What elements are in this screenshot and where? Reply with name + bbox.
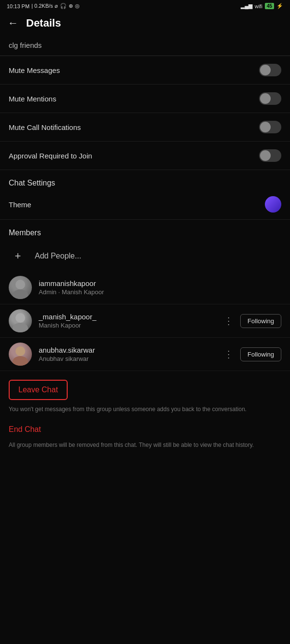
signal-icon: ▂▄▆ xyxy=(241,3,252,9)
approval-toggle[interactable] xyxy=(259,149,281,162)
svg-point-5 xyxy=(13,356,28,366)
mute-messages-row: Mute Messages xyxy=(0,56,290,85)
chat-settings-header: Chat Settings xyxy=(0,170,290,191)
theme-row[interactable]: Theme xyxy=(0,191,290,220)
svg-point-3 xyxy=(13,323,28,332)
music-icon: ◎ xyxy=(75,3,80,9)
network-speed: | 0.2KB/s ⌀ xyxy=(31,3,58,9)
mute-messages-label: Mute Messages xyxy=(9,66,60,74)
member-info: iammanishkapoor Admin · Manish Kapoor xyxy=(39,279,281,296)
header: ← Details xyxy=(0,12,290,36)
mute-messages-toggle[interactable] xyxy=(259,64,281,76)
bolt-icon: ⚡ xyxy=(276,3,283,9)
leave-chat-section: Leave Chat You won't get messages from t… xyxy=(0,371,290,421)
back-button[interactable]: ← xyxy=(8,17,18,29)
more-options-icon[interactable]: ⋮ xyxy=(222,313,235,329)
member-row: iammanishkapoor Admin · Manish Kapoor xyxy=(0,271,290,304)
member-actions: ⋮ Following xyxy=(222,346,281,362)
mute-calls-row: Mute Call Notifications xyxy=(0,113,290,142)
end-chat-description: All group members will be removed from t… xyxy=(0,437,290,461)
toggle-knob xyxy=(260,65,271,75)
member-info: anubhav.sikarwar Anubhav sikarwar xyxy=(39,346,215,362)
group-name-row: clg friends xyxy=(0,36,290,56)
approval-row: Approval Required to Join xyxy=(0,142,290,170)
battery-icon: 45 xyxy=(265,3,274,9)
member-sub: Admin · Manish Kapoor xyxy=(39,288,281,296)
member-actions: ⋮ Following xyxy=(222,313,281,329)
member-sub: Anubhav sikarwar xyxy=(39,355,215,362)
following-button[interactable]: Following xyxy=(240,347,281,361)
status-left: 10:13 PM | 0.2KB/s ⌀ 🎧 ⊕ ◎ xyxy=(7,3,80,9)
add-people-label: Add People... xyxy=(35,252,81,260)
time: 10:13 PM xyxy=(7,3,29,9)
svg-point-4 xyxy=(15,346,25,356)
approval-label: Approval Required to Join xyxy=(9,152,92,160)
member-info: _manish_kapoor_ Manish Kapoor xyxy=(39,313,215,329)
theme-circle xyxy=(265,196,281,213)
end-chat-section: End Chat All group members will be remov… xyxy=(0,421,290,461)
messenger-icon: ⊕ xyxy=(69,3,73,9)
avatar xyxy=(9,309,32,332)
toggle-knob xyxy=(260,93,271,104)
svg-point-2 xyxy=(15,313,25,323)
member-username: anubhav.sikarwar xyxy=(39,346,215,354)
avatar xyxy=(9,276,32,299)
mute-mentions-row: Mute Mentions xyxy=(0,85,290,113)
add-icon: + xyxy=(9,247,27,265)
wifi-icon: wifi xyxy=(255,3,262,9)
member-username: iammanishkapoor xyxy=(39,279,281,287)
svg-point-0 xyxy=(15,280,25,289)
end-chat-button[interactable]: End Chat xyxy=(0,423,50,437)
mute-mentions-toggle[interactable] xyxy=(259,92,281,105)
group-name: clg friends xyxy=(9,41,42,49)
member-username: _manish_kapoor_ xyxy=(39,313,215,321)
leave-chat-button[interactable]: Leave Chat xyxy=(9,380,68,400)
leave-chat-description: You won't get messages from this group u… xyxy=(0,400,290,421)
following-button[interactable]: Following xyxy=(240,314,281,328)
toggle-knob xyxy=(260,150,271,161)
members-header: Members xyxy=(0,220,290,241)
mute-calls-label: Mute Call Notifications xyxy=(9,123,81,131)
theme-label: Theme xyxy=(9,200,31,209)
member-row: anubhav.sikarwar Anubhav sikarwar ⋮ Foll… xyxy=(0,338,290,371)
member-sub: Manish Kapoor xyxy=(39,322,215,329)
status-right: ▂▄▆ wifi 45 ⚡ xyxy=(241,3,283,9)
svg-point-1 xyxy=(13,289,28,299)
member-row: _manish_kapoor_ Manish Kapoor ⋮ Followin… xyxy=(0,304,290,338)
mute-calls-toggle[interactable] xyxy=(259,121,281,133)
add-people-row[interactable]: + Add People... xyxy=(0,241,290,271)
headphone-icon: 🎧 xyxy=(60,3,67,9)
mute-mentions-label: Mute Mentions xyxy=(9,95,56,103)
page-title: Details xyxy=(26,17,61,29)
status-bar: 10:13 PM | 0.2KB/s ⌀ 🎧 ⊕ ◎ ▂▄▆ wifi 45 ⚡ xyxy=(0,0,290,12)
toggle-knob xyxy=(260,122,271,132)
avatar xyxy=(9,343,32,366)
more-options-icon[interactable]: ⋮ xyxy=(222,346,235,362)
